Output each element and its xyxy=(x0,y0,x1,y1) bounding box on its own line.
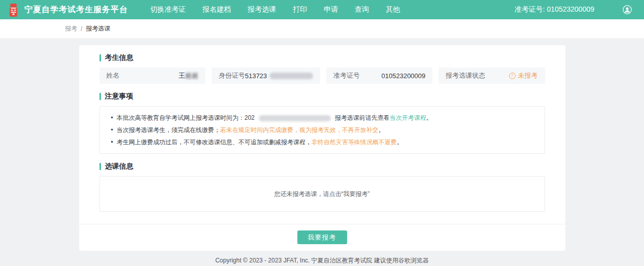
field-id-number-value: 513723 xyxy=(245,72,313,80)
breadcrumb-parent[interactable]: 报考 xyxy=(65,24,77,33)
note-warning-text: 若未在规定时间内完成缴费，视为报考无效，不再开放补交 xyxy=(220,126,379,134)
field-id-number-label: 身份证号 xyxy=(219,71,245,80)
note-text: 报考选课前请先查看 xyxy=(335,114,390,121)
note-text: 当次报考选课考生，须完成在线缴费； xyxy=(117,126,220,134)
field-selection-status-value: 未报考 xyxy=(509,71,538,80)
field-ticket-number: 准考证号 010523200009 xyxy=(326,68,432,84)
ticket-number-label: 准考证号: 010523200009 xyxy=(515,5,594,14)
nav-item-registration[interactable]: 报名建档 xyxy=(202,5,231,14)
field-selection-status-label: 报考选课状态 xyxy=(446,71,485,80)
field-name-value: 王超超 xyxy=(179,71,198,80)
section-title-bar xyxy=(99,163,101,170)
nav-item-print[interactable]: 打印 xyxy=(293,5,307,14)
nav-item-switch-ticket[interactable]: 切换准考证 xyxy=(150,5,186,14)
note-text: 。 xyxy=(397,139,403,146)
copyright-text: Copyright © 2023 - 2023 JFAT, Inc. 宁夏自治区… xyxy=(0,256,644,265)
field-ticket-number-label: 准考证号 xyxy=(333,71,360,80)
field-selection-status: 报考选课状态 未报考 xyxy=(438,68,545,84)
empty-state-text: 您还未报考选课，请点击“我要报考” xyxy=(275,190,370,198)
notes-box: •本批次高等教育自学考试网上报考选课时间为：202报考选课前请先查看当次开考课程… xyxy=(99,106,545,154)
app-logo-icon xyxy=(8,3,19,17)
field-name: 姓名 王超超 xyxy=(99,68,206,84)
card-footer: 我要报考 xyxy=(79,224,565,251)
note-warning-text: 非特自然灾害等殊情况概不退费 xyxy=(312,139,397,146)
note-text: 考生网上缴费成功过后，不可修改选课信息、不可追加或删减报考课程， xyxy=(117,139,312,146)
nav-item-course-selection[interactable]: 报考选课 xyxy=(248,5,276,14)
top-nav: 切换准考证 报名建档 报考选课 打印 申请 查询 其他 xyxy=(150,5,400,14)
field-name-label: 姓名 xyxy=(107,71,120,80)
section-title-course-selection: 选课信息 xyxy=(99,162,545,171)
note-item: •考生网上缴费成功过后，不可修改选课信息、不可追加或删减报考课程，非特自然灾害等… xyxy=(111,136,533,148)
section-title-text: 注意事项 xyxy=(105,92,133,101)
open-courses-link[interactable]: 当次开考课程 xyxy=(390,114,426,121)
bullet-icon: • xyxy=(111,114,113,121)
warning-icon xyxy=(509,73,516,79)
bullet-icon: • xyxy=(111,139,113,146)
note-text: 。 xyxy=(426,114,432,121)
breadcrumb-current: 报考选课 xyxy=(86,24,110,33)
section-title-bar xyxy=(99,93,101,100)
app-header: 宁夏自学考试考生服务平台 切换准考证 报名建档 报考选课 打印 申请 查询 其他… xyxy=(0,0,644,19)
field-name-value-clear: 王 xyxy=(179,71,185,80)
app-title: 宁夏自学考试考生服务平台 xyxy=(24,5,128,15)
note-text: 。 xyxy=(379,126,385,134)
section-title-text: 选课信息 xyxy=(105,162,133,171)
section-title-notes: 注意事项 xyxy=(99,92,545,101)
section-title-text: 考生信息 xyxy=(105,53,133,62)
field-ticket-number-value: 010523200009 xyxy=(382,72,426,80)
user-account-icon[interactable] xyxy=(623,5,632,14)
bullet-icon: • xyxy=(111,126,113,134)
field-id-number-value-clear: 513723 xyxy=(245,72,267,80)
nav-item-query[interactable]: 查询 xyxy=(355,5,369,14)
nav-item-apply[interactable]: 申请 xyxy=(324,5,338,14)
field-name-value-redacted: 超超 xyxy=(185,71,198,80)
note-item: •本批次高等教育自学考试网上报考选课时间为：202报考选课前请先查看当次开考课程… xyxy=(111,112,533,124)
field-id-number: 身份证号 513723 xyxy=(212,68,320,84)
apply-button[interactable]: 我要报考 xyxy=(297,230,347,244)
breadcrumb: 报考 / 报考选课 xyxy=(0,19,644,38)
candidate-info-row: 姓名 王超超 身份证号 513723 准考证号 010523200009 报考选… xyxy=(99,68,545,84)
card-body: 考生信息 姓名 王超超 身份证号 513723 准考证号 01052320000… xyxy=(79,45,565,224)
breadcrumb-separator: / xyxy=(81,25,82,32)
redacted-id-block xyxy=(269,73,313,79)
redacted-date-block xyxy=(259,115,331,121)
main-content: 考生信息 姓名 王超超 身份证号 513723 准考证号 01052320000… xyxy=(0,38,644,251)
nav-item-other[interactable]: 其他 xyxy=(386,5,400,14)
note-item: •当次报考选课考生，须完成在线缴费；若未在规定时间内完成缴费，视为报考无效，不再… xyxy=(111,124,533,136)
brand: 宁夏自学考试考生服务平台 xyxy=(8,3,128,17)
note-text: 本批次高等教育自学考试网上报考选课时间为：202 xyxy=(117,114,255,121)
section-title-candidate-info: 考生信息 xyxy=(99,53,545,62)
main-card: 考生信息 姓名 王超超 身份证号 513723 准考证号 01052320000… xyxy=(79,45,565,251)
status-badge: 未报考 xyxy=(518,71,538,80)
course-selection-empty-state: 您还未报考选课，请点击“我要报考” xyxy=(99,176,545,212)
section-title-bar xyxy=(99,54,101,61)
